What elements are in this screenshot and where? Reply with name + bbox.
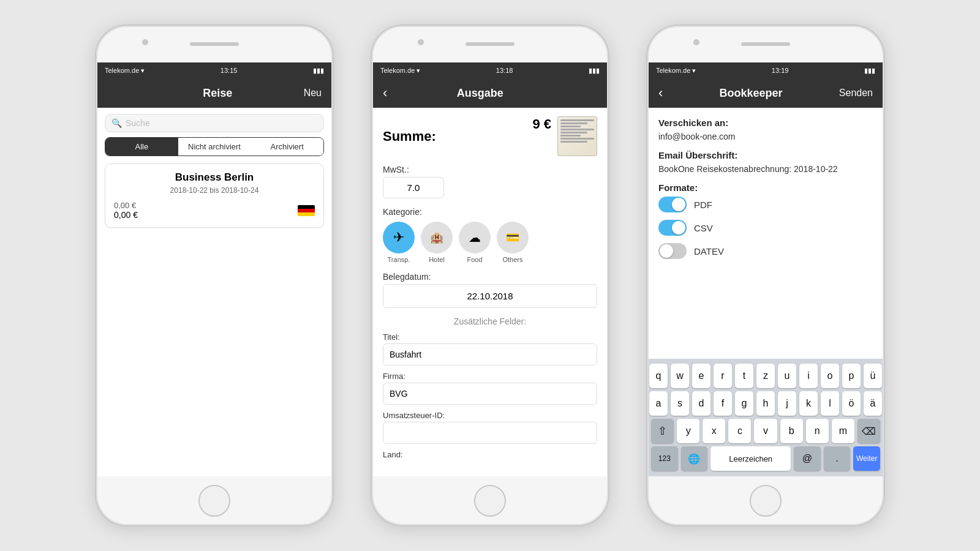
key-globe[interactable]: 🌐 <box>681 446 708 471</box>
verschicken-value: info@book-one.com <box>658 132 873 141</box>
firma-field-section: Firma: <box>383 372 597 411</box>
key-y[interactable]: y <box>677 419 699 443</box>
flag-de <box>298 205 315 216</box>
phone-1-bottom <box>96 476 333 525</box>
key-x[interactable]: x <box>703 419 725 443</box>
trip-card-1[interactable]: Business Berlin 2018-10-22 bis 2018-10-2… <box>105 163 324 228</box>
key-g[interactable]: g <box>735 391 753 416</box>
phone-1: Telekom.de ▾ 13:15 ▮▮▮ Reise Neu 🔍 Suche <box>95 24 334 527</box>
key-o[interactable]: o <box>821 364 839 388</box>
key-v[interactable]: v <box>754 419 777 443</box>
key-123[interactable]: 123 <box>651 446 678 471</box>
ust-field-input[interactable] <box>383 422 597 444</box>
phone-1-screen: Telekom.de ▾ 13:15 ▮▮▮ Reise Neu 🔍 Suche <box>97 62 331 476</box>
status-bar-3: Telekom.de ▾ 13:19 ▮▮▮ <box>649 62 883 78</box>
phone-2-top <box>372 26 608 62</box>
kat-icon-hotel: 🏨 <box>421 222 453 253</box>
phone-3-speaker <box>741 42 790 46</box>
belegdatum-section: Belegdatum: <box>383 272 597 317</box>
key-a[interactable]: a <box>649 391 668 416</box>
key-i[interactable]: i <box>799 364 818 388</box>
phone-1-top <box>96 26 333 62</box>
key-b[interactable]: b <box>780 419 803 443</box>
key-h[interactable]: h <box>756 391 775 416</box>
trip-dates: 2018-10-22 bis 2018-10-24 <box>114 186 315 195</box>
email-ueberschrift-label: Email Überschrift: <box>658 150 873 160</box>
nav-back-2[interactable]: ‹ <box>383 85 387 101</box>
kat-hotel[interactable]: 🏨 Hotel <box>421 222 453 263</box>
kategorie-label: Kategorie: <box>383 207 597 217</box>
battery-icon-2: ▮▮▮ <box>589 67 600 75</box>
nav-action-1[interactable]: Neu <box>304 88 322 99</box>
key-c[interactable]: c <box>728 419 751 443</box>
kat-food[interactable]: ☁ Food <box>459 222 491 263</box>
kat-label-hotel: Hotel <box>429 256 445 263</box>
toggle-pdf[interactable] <box>658 197 687 212</box>
tab-nicht-archiviert[interactable]: Nicht archiviert <box>178 138 251 156</box>
key-m[interactable]: m <box>832 419 854 443</box>
kat-icon-transp: ✈ <box>383 222 415 253</box>
trip-amounts: 0,00 € 0,00 € <box>114 201 315 220</box>
key-u[interactable]: u <box>778 364 796 388</box>
search-bar-1[interactable]: 🔍 Suche <box>105 114 324 132</box>
toggle-datev[interactable] <box>658 243 687 259</box>
home-button-3[interactable] <box>750 485 782 517</box>
filter-tabs-1: Alle Nicht archiviert Archiviert <box>105 137 324 156</box>
screen2-content: Summe: 9 € <box>373 108 607 476</box>
status-left-1: Telekom.de ▾ <box>105 67 145 75</box>
key-backspace[interactable]: ⌫ <box>858 419 880 443</box>
phone-3-screen: Telekom.de ▾ 13:19 ▮▮▮ ‹ Bookkeeper Send… <box>649 62 883 476</box>
firma-field-input[interactable] <box>383 383 597 405</box>
key-z[interactable]: z <box>756 364 775 388</box>
receipt-thumbnail[interactable] <box>557 116 597 156</box>
key-ae[interactable]: ä <box>864 391 882 416</box>
key-e[interactable]: e <box>692 364 710 388</box>
key-at[interactable]: @ <box>794 446 821 471</box>
key-k[interactable]: k <box>799 391 818 416</box>
key-p[interactable]: p <box>842 364 861 388</box>
belegdatum-label: Belegdatum: <box>383 272 597 282</box>
nav-back-3[interactable]: ‹ <box>658 85 663 101</box>
phone-2-screen: Telekom.de ▾ 13:18 ▮▮▮ ‹ Ausgabe Summ <box>373 62 607 476</box>
key-dot[interactable]: . <box>824 446 851 471</box>
nav-bar-3: ‹ Bookkeeper Senden <box>649 78 883 108</box>
key-n[interactable]: n <box>806 419 829 443</box>
key-t[interactable]: t <box>735 364 753 388</box>
home-button-2[interactable] <box>474 485 506 517</box>
verschicken-label: Verschicken an: <box>658 118 873 128</box>
key-ue[interactable]: ü <box>864 364 882 388</box>
kat-transp[interactable]: ✈ Transp. <box>383 222 415 263</box>
status-right-2: ▮▮▮ <box>589 67 600 75</box>
key-q[interactable]: q <box>649 364 668 388</box>
key-s[interactable]: s <box>671 391 689 416</box>
phones-container: Telekom.de ▾ 13:15 ▮▮▮ Reise Neu 🔍 Suche <box>0 24 980 527</box>
mwst-input[interactable] <box>383 177 444 198</box>
kat-others[interactable]: 💳 Others <box>497 222 529 263</box>
toggle-csv[interactable] <box>658 220 687 236</box>
key-d[interactable]: d <box>692 391 710 416</box>
key-l[interactable]: l <box>821 391 839 416</box>
title-field-input[interactable] <box>383 343 597 365</box>
key-oe[interactable]: ö <box>842 391 861 416</box>
nav-action-3[interactable]: Senden <box>839 88 873 99</box>
kategorie-section: Kategorie: ✈ Transp. 🏨 Hotel ☁ Food <box>383 207 597 263</box>
key-shift[interactable]: ⇧ <box>651 419 674 443</box>
key-weiter[interactable]: Weiter <box>853 446 880 471</box>
key-w[interactable]: w <box>671 364 689 388</box>
key-j[interactable]: j <box>778 391 796 416</box>
toggle-datev-knob <box>660 244 673 258</box>
home-button-1[interactable] <box>198 485 230 517</box>
key-leerzeichen[interactable]: Leerzeichen <box>710 446 791 471</box>
wifi-icon-3: ▾ <box>692 67 696 75</box>
battery-icon-1: ▮▮▮ <box>313 67 324 75</box>
tab-alle[interactable]: Alle <box>105 138 178 156</box>
tab-archiviert[interactable]: Archiviert <box>251 138 323 156</box>
belegdatum-input[interactable] <box>383 284 597 308</box>
key-f[interactable]: f <box>714 391 732 416</box>
kat-icon-others: 💳 <box>497 222 529 253</box>
toggle-pdf-knob <box>672 198 685 211</box>
phone-2-bottom <box>372 476 608 525</box>
key-r[interactable]: r <box>714 364 732 388</box>
summe-label: Summe: <box>383 129 436 144</box>
nav-bar-2: ‹ Ausgabe <box>373 78 607 108</box>
